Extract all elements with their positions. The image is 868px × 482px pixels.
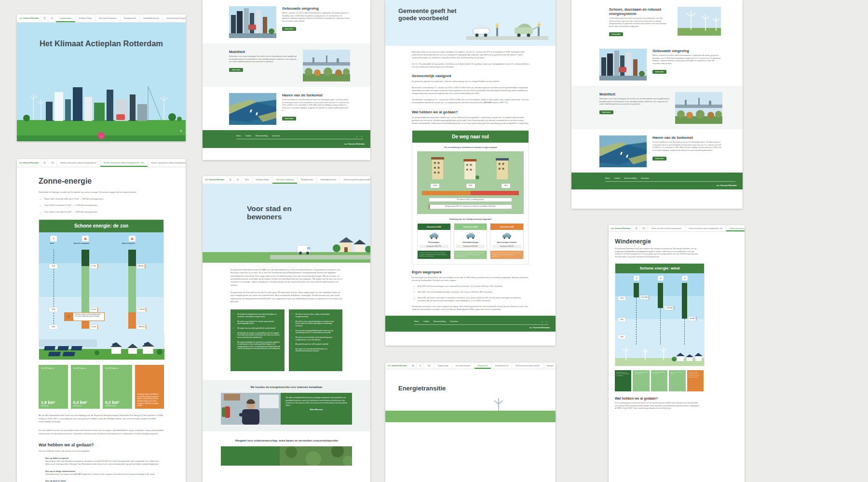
nav-tab[interactable]: Inleiding College [75,14,95,22]
nav-tab[interactable]: Landingspagina [55,14,75,22]
nav-tab[interactable]: Start [241,176,252,184]
lees-meer-button[interactable]: Lees meer [599,110,613,114]
solar-panel-icon: ▦ [82,236,89,241]
footer-links: HomeColofonBronvermeldingDisclaimer [571,173,743,179]
card-text: Rotterdam is een stad in beweging. Het w… [599,98,669,106]
nav-tab[interactable]: Grondstoffentransitie [491,362,512,369]
nav-tab[interactable]: Slotwoord [543,362,556,369]
step-item: Eind 2030: alle zware voertuigen en mach… [418,296,529,302]
footer-link[interactable]: Home [236,135,241,137]
principle-item: We zorgen voor maximale betrokkenheid va… [296,348,339,352]
footer-link[interactable]: Colofon [614,177,620,179]
city-skyline-illustration [17,73,186,135]
footer-link[interactable]: Colofon [423,321,429,322]
logo-swirl-icon: 〰 [611,227,614,230]
step-item: Eind 2025: alle lichte bedrijfsvoertuige… [418,291,529,294]
lees-meer-button[interactable]: Lees meer [282,117,296,120]
paragraph: De gemeente Rotterdam maakt het KAR voor… [231,268,342,287]
nav-tab[interactable]: Start [423,362,434,369]
nav-tab[interactable]: Grondstoffentransitie [139,14,163,22]
footer-link[interactable]: Colofon [245,135,251,137]
milestone-list: Maart 2022 stond de teller op 0,7 km² → … [44,198,164,214]
paragraph: Natuurlijk verkleinen wij ook onze eigen… [412,51,529,59]
nav-tab[interactable]: Gemeente geeft het goede voorbeeld [512,362,543,369]
footer-divider [605,181,735,182]
principle-item: We zorgen voor een eerlijk speelveld: de… [237,327,281,330]
intro-text: De gemeente Rotterdam heeft een voorkeur… [615,248,701,259]
year-chip: 2030 [49,325,57,329]
menu-icon[interactable]: ☰ [409,362,416,369]
principles-panels: We houden de energietransitie voor ieder… [231,309,342,371]
nav-tab[interactable]: Inleiding College [252,176,272,184]
resident-photo [221,393,281,425]
nav-tab[interactable]: Schoon, duurzaam en robuust energiesyste… [100,159,148,167]
nav-tab[interactable]: Energietransitie [120,14,139,22]
gemeente-rotterdam-logo[interactable]: 〰Gemeente Rotterdam [385,362,409,369]
gemeente-rotterdam-logo[interactable]: 〰Gemeente Rotterdam [609,225,633,231]
gemeente-rotterdam-logo[interactable]: 〰Gemeente Rotterdam [203,176,227,184]
gemeente-rotterdam-logo[interactable]: 〰Gemeente Rotterdam [17,159,41,167]
next-arrow-icon[interactable]: → [545,320,550,323]
menu-icon[interactable]: ☰ [227,176,233,184]
page-counter: 2/13 [48,159,56,167]
column-label-km: Aantal km² zonnepanelen [74,243,89,244]
paragraph: Uitstootvrije voertuigen in het zware se… [412,305,529,311]
nav-tab[interactable]: Schoon, duurzaam en robuust energiesyste… [726,225,745,231]
prev-arrow-icon[interactable]: ← [541,320,545,323]
menu-icon[interactable]: ☰ [41,14,48,22]
value-chip-panels: 389.000 [137,264,145,268]
infographic-title: Schone energie: wind [615,264,704,273]
lees-meer-button[interactable]: Lees meer [652,157,666,161]
wind-stat-card: Tot 2025 komt er minimaal 125,8 MW bij. [633,370,649,391]
card-title: Haven van de toekomst [282,93,350,97]
footer-logo: 〰Gemeente Rotterdam [529,326,550,329]
nav-tab[interactable]: Gemeente geeft het goede voorbeeld [339,176,370,184]
solar-panels-icon: ▦ [129,236,136,241]
lees-meer-button[interactable]: Lees meer [229,68,243,72]
scroll-next-button[interactable]: → [98,132,105,139]
pager-arrows: ←→ [541,320,550,323]
nav-tab[interactable]: Voor stad en bewoners [272,176,297,184]
footer-link[interactable]: Disclaimer [450,321,458,322]
nav-tab[interactable]: Schoon, duurzaam en robuust energiesyste… [148,159,186,167]
menu-icon[interactable]: ☰ [41,159,48,167]
principle-item: We zetten in op een schone, veilige en b… [296,313,339,318]
page-title: Zonne-energie [39,177,164,186]
nav-tab[interactable]: Gemeente geeft het goede voorbeeld [163,14,186,22]
nav-tab[interactable]: Voor stad en bewoners [452,362,474,369]
section-heading: Eigen wagenpark [412,270,529,274]
brand-label: Gemeente Rotterdam [348,143,365,145]
footer-logo: 〰Gemeente Rotterdam [717,184,737,187]
nav-tab[interactable]: Schoon, duurzaam en robuust energiesyste… [56,159,100,167]
footer-link[interactable]: Disclaimer [272,135,280,137]
prev-arrow-icon[interactable]: ← [356,134,360,137]
nav-tab[interactable]: Energietransitie [474,362,491,369]
nav-tab[interactable]: Energietransitie [297,176,316,184]
nav-tab[interactable]: Grondstoffentransitie [316,176,339,184]
achievement-item: Zon op daken en gevels Servicepunt Zon v… [45,457,164,466]
lees-meer-button[interactable]: Lees meer [652,70,666,74]
next-arrow-icon[interactable]: → [360,134,365,137]
footer-link[interactable]: Home [605,177,610,179]
lees-meer-button[interactable]: Lees meer [282,27,296,31]
menu-icon[interactable]: ☰ [633,225,639,231]
nav-tab[interactable]: Inleiding College [434,362,452,369]
nav-tab[interactable]: Schoon, duurzaam en robuust energiesyste… [685,225,726,231]
wind-stat-card: Daarmee komt het totaal op 350 MW. [651,370,667,391]
footer-link[interactable]: Home [414,321,419,322]
wind-stat-card: Wind op zee heeft onze voorkeur. [669,370,685,391]
footer-link[interactable]: Bronvermelding [256,135,268,137]
nav-tab[interactable]: Schoon, duurzaam en robuust energiesyste… [648,225,685,231]
footer-link[interactable]: Bronvermelding [624,177,637,179]
zoom-plus-button[interactable]: + [180,129,182,134]
nav-tab[interactable]: Voor stad en bewoners [95,14,120,22]
footer-link[interactable]: Disclaimer [641,177,649,179]
value-chip-km: 3,2 km² [90,308,98,312]
lees-meer-button[interactable]: Lees meer [609,32,623,36]
principle-item: We zorgen dat bedrijven en werknemers zo… [237,341,281,350]
gemeente-rotterdam-logo[interactable]: 〰Gemeente Rotterdam [17,14,41,22]
footer-link[interactable]: Bronvermelding [434,321,446,322]
card-haven: Haven van de toekomst Op het wereldtonee… [203,87,370,130]
bar-2030 [682,283,687,345]
brand-label: Gemeente Rotterdam [720,185,737,187]
